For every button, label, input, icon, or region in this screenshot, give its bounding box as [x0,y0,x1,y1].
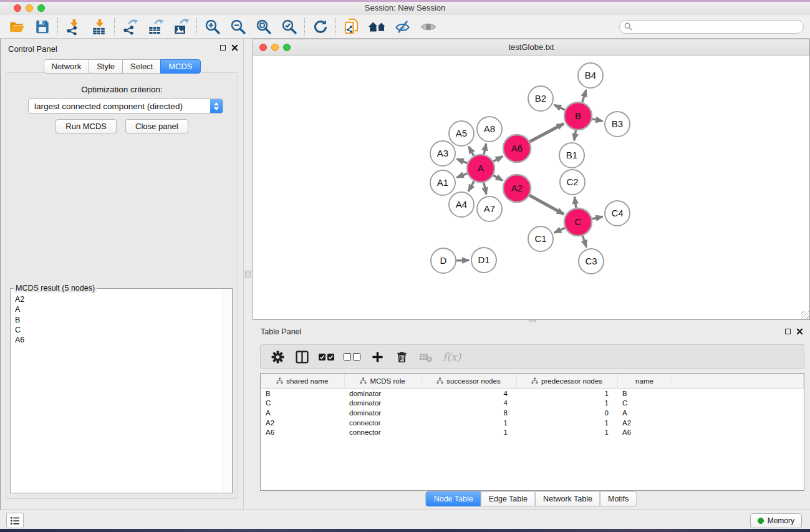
cell[interactable]: 1 [516,389,617,399]
graph-edge-A-A8[interactable] [484,143,486,154]
delete-columns-trash-icon[interactable] [394,349,409,364]
graph-edge-A-A4[interactable] [468,181,474,191]
export-image-icon[interactable] [168,17,194,37]
graph-edge-A-A2[interactable] [493,175,503,180]
cell[interactable]: connector [344,427,421,437]
reset-view-home-icon[interactable] [364,17,390,37]
graph-edge-C-C4[interactable] [592,216,602,219]
hide-graphics-details-icon[interactable] [390,17,415,37]
optimization-criterion-select[interactable]: largest connected component (directed) [28,99,223,114]
mcds-result-item-a2[interactable]: A2 [11,294,223,304]
export-table-icon[interactable] [143,17,168,37]
import-network-icon[interactable] [60,17,86,37]
cell[interactable]: 8 [421,408,516,418]
cell[interactable]: A [617,408,672,418]
cell[interactable]: 4 [421,389,516,399]
mcds-result-item-a6[interactable]: A6 [11,335,223,345]
graph-edge-A2-C[interactable] [529,195,564,214]
cell[interactable]: A6 [261,427,344,437]
graph-edge-C-C3[interactable] [582,236,586,247]
cell[interactable]: B [617,389,672,399]
table-row-c[interactable]: Cdominator41C [261,399,804,409]
show-columns-icon[interactable] [294,349,309,364]
import-table-icon[interactable] [86,17,112,37]
cell[interactable]: C [617,399,672,409]
graph-edge-A6-B[interactable] [529,123,564,142]
list-scrollbar[interactable] [223,289,231,492]
cell[interactable]: 1 [516,427,617,437]
cell[interactable]: A2 [261,418,344,428]
network-from-selection-icon[interactable] [339,17,364,37]
cell[interactable]: dominator [344,389,421,399]
graph-edge-A-A5[interactable] [469,147,474,156]
table-settings-gear-icon[interactable] [270,349,285,364]
close-panel-button[interactable]: Close panel [125,119,188,133]
column-header-name[interactable]: name [617,374,672,389]
table-row-b[interactable]: Bdominator41B [261,389,804,399]
table-row-a2[interactable]: A2connector11A2 [261,418,804,428]
graph-edge-B-B3[interactable] [592,119,603,122]
cell[interactable]: A2 [617,418,672,428]
float-panel-icon[interactable] [220,45,226,51]
cell[interactable]: 1 [516,399,617,409]
show-graphics-details-icon[interactable] [415,17,441,37]
graph-edge-B-B2[interactable] [554,105,565,110]
tab-motifs[interactable]: Motifs [600,491,637,506]
cell[interactable]: 0 [516,408,617,418]
memory-button[interactable]: Memory [750,513,802,528]
mcds-result-item-a[interactable]: A [11,304,223,314]
create-column-plus-icon[interactable] [370,349,385,364]
cell[interactable]: 1 [516,418,617,428]
network-window-titlebar[interactable]: testGlobe.txt [253,39,809,56]
cell[interactable]: 1 [421,427,516,437]
cell[interactable]: dominator [344,408,421,418]
column-header-successor-nodes[interactable]: successor nodes [421,374,516,389]
close-panel-icon[interactable] [231,44,238,51]
cell[interactable]: connector [344,418,421,428]
deselect-all-icon[interactable] [344,353,360,360]
zoom-in-icon[interactable] [200,17,225,37]
graph-edge-A-A6[interactable] [493,157,503,162]
tab-style[interactable]: Style [89,59,123,74]
tab-mcds[interactable]: MCDS [160,59,200,74]
zoom-selected-icon[interactable] [276,17,302,37]
graph-edge-B-B1[interactable] [574,130,576,141]
network-canvas[interactable]: B4B2BB3B1A5A8A6A3AA1A2C2A4A7CC4C1C3DD1 [253,56,809,319]
search-input[interactable] [635,21,803,33]
close-panel-icon[interactable] [796,328,803,335]
cell[interactable]: dominator [344,399,421,409]
cell[interactable]: A [261,408,344,418]
table-row-a6[interactable]: A6connector11A6 [261,427,804,437]
mcds-result-item-c[interactable]: C [11,325,223,335]
cell[interactable]: A6 [617,427,672,437]
tab-edge-table[interactable]: Edge Table [481,491,536,506]
graph-edge-A-A7[interactable] [484,182,486,194]
zoom-fit-icon[interactable] [251,17,276,37]
cell[interactable]: C [261,399,344,409]
apply-layout-icon[interactable] [307,17,333,37]
mcds-result-item-b[interactable]: B [11,315,223,325]
zoom-out-icon[interactable] [225,17,251,37]
tab-select[interactable]: Select [122,59,161,74]
float-panel-icon[interactable] [785,329,791,334]
tab-node-table[interactable]: Node Table [426,491,481,506]
graph-edge-A-A3[interactable] [456,159,467,163]
cell[interactable]: 1 [421,418,516,428]
graph-edge-C-C2[interactable] [574,197,576,208]
tab-network[interactable]: Network [43,59,89,74]
column-header-MCDS-role[interactable]: MCDS role [344,374,421,389]
cell[interactable]: B [261,389,344,399]
run-mcds-button[interactable]: Run MCDS [55,119,117,133]
table-row-a[interactable]: Adominator80A [261,408,804,418]
column-header-predecessor-nodes[interactable]: predecessor nodes [516,374,617,389]
window-resize-grip[interactable] [801,311,809,319]
export-network-icon[interactable] [117,17,143,37]
open-session-icon[interactable] [4,17,29,37]
column-header-shared-name[interactable]: shared name [261,374,344,389]
graph-edge-C-C1[interactable] [554,228,565,233]
select-all-icon[interactable] [319,354,334,360]
save-session-icon[interactable] [29,17,55,37]
graph-edge-B-B4[interactable] [582,90,586,102]
tab-network-table[interactable]: Network Table [535,491,600,506]
graph-edge-A-A1[interactable] [456,173,467,177]
